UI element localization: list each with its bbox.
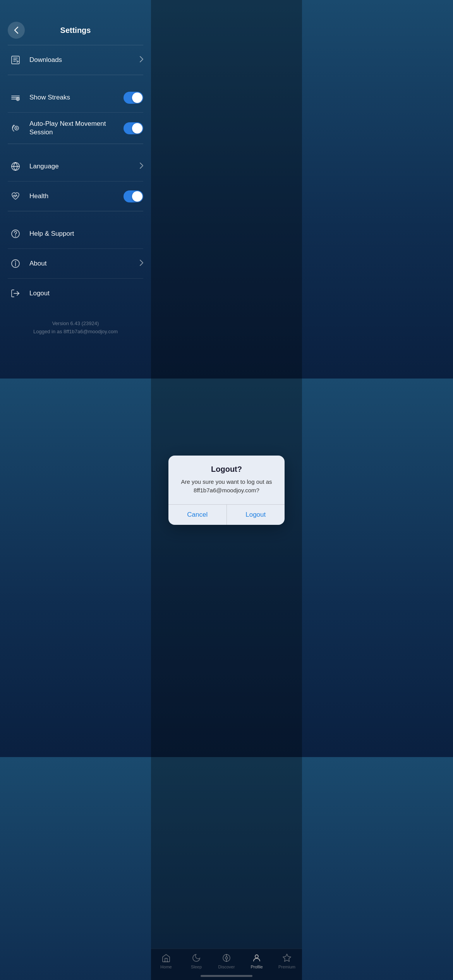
download-icon [8, 52, 23, 68]
health-label: Health [29, 192, 124, 200]
autoplay-toggle[interactable] [124, 122, 143, 134]
settings-section-3: Language Health [0, 152, 151, 211]
toggle-thumb [132, 93, 142, 103]
info-icon [8, 256, 23, 271]
svg-point-16 [15, 262, 16, 262]
autoplay-row[interactable]: Auto-Play Next Movement Session [8, 113, 143, 144]
globe-icon [8, 159, 23, 174]
language-label: Language [29, 163, 140, 170]
version-text: Version 6.43 (23924) [8, 320, 143, 328]
about-row[interactable]: About [8, 249, 143, 279]
header: Settings [0, 0, 151, 45]
help-icon [8, 226, 23, 242]
show-streaks-row[interactable]: Show Streaks [8, 83, 143, 113]
nav-spacer [0, 344, 151, 379]
about-label: About [29, 260, 140, 267]
logout-label: Logout [29, 290, 143, 297]
language-chevron [140, 163, 143, 170]
autoplay-icon [8, 120, 23, 136]
settings-section-4: Help & Support About Logout [0, 219, 151, 308]
health-toggle[interactable] [124, 190, 143, 202]
logged-in-text: Logged in as 8ff1b7a6@moodjoy.com [8, 328, 143, 336]
show-streaks-label: Show Streaks [29, 94, 124, 101]
help-row[interactable]: Help & Support [8, 219, 143, 249]
settings-section-1: Downloads [0, 45, 151, 75]
svg-point-13 [15, 236, 16, 236]
gap-3 [0, 211, 151, 219]
downloads-row[interactable]: Downloads [8, 45, 143, 75]
logout-row[interactable]: Logout [8, 279, 143, 308]
heart-icon [8, 188, 23, 204]
about-chevron [140, 260, 143, 267]
logout-icon [8, 286, 23, 301]
gap-1 [0, 75, 151, 83]
back-button[interactable] [8, 22, 25, 39]
help-label: Help & Support [29, 230, 143, 238]
toggle-thumb-3 [132, 191, 142, 202]
svg-rect-0 [12, 56, 19, 64]
gap-2 [0, 144, 151, 152]
page-title: Settings [60, 26, 91, 35]
streaks-icon [8, 90, 23, 105]
settings-section-2: Show Streaks Auto-Play Next Movement Ses… [0, 83, 151, 144]
show-streaks-toggle[interactable] [124, 92, 143, 104]
health-row[interactable]: Health [8, 182, 143, 211]
footer: Version 6.43 (23924) Logged in as 8ff1b7… [0, 308, 151, 344]
downloads-label: Downloads [29, 56, 140, 64]
autoplay-label: Auto-Play Next Movement Session [29, 120, 124, 137]
language-row[interactable]: Language [8, 152, 143, 182]
toggle-thumb-2 [132, 123, 142, 134]
downloads-chevron [140, 56, 143, 64]
